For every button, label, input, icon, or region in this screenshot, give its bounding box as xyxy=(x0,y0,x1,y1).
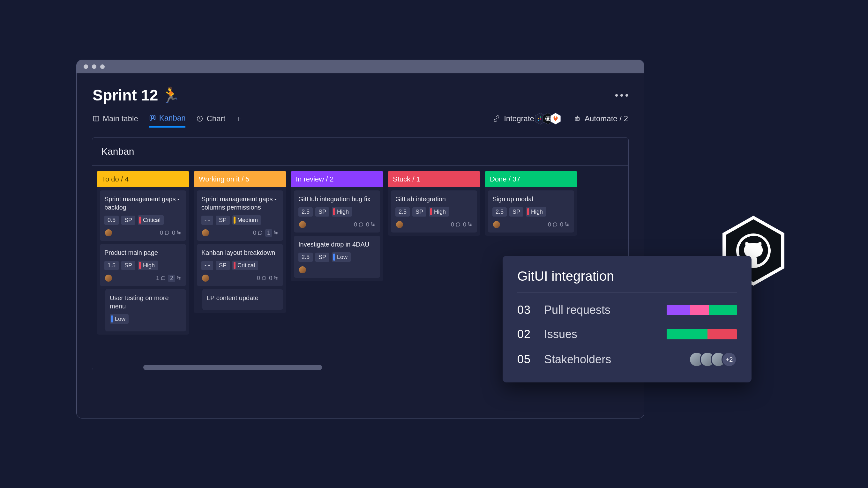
tab-chart[interactable]: Chart xyxy=(196,114,225,127)
tab-kanban[interactable]: Kanban xyxy=(149,113,186,128)
card-title: Sprint management gaps - columns permiss… xyxy=(202,195,279,212)
view-tabs: Main table Kanban Chart + xyxy=(93,113,241,128)
kanban-card[interactable]: Kanban layout breakdown - - SP Critical … xyxy=(197,244,283,286)
priority-badge: Low xyxy=(332,252,351,262)
comments-count[interactable]: 0 xyxy=(257,275,267,282)
svg-point-22 xyxy=(179,233,180,234)
comments-count[interactable]: 0 xyxy=(160,230,169,236)
column-header[interactable]: Stuck / 1 xyxy=(388,171,480,187)
assignee-avatar[interactable] xyxy=(104,274,113,282)
svg-point-36 xyxy=(470,224,471,225)
svg-point-32 xyxy=(274,276,275,277)
assignee-avatar[interactable] xyxy=(395,220,404,229)
integration-icons xyxy=(538,112,561,125)
subitems-icon xyxy=(274,275,279,281)
more-menu-button[interactable] xyxy=(615,94,628,97)
comment-icon xyxy=(455,222,461,227)
column-body: Sprint management gaps - columns permiss… xyxy=(194,187,286,313)
story-points: 2.5 xyxy=(492,207,507,217)
comments-count[interactable]: 0 xyxy=(548,221,558,228)
sp-label: SP xyxy=(315,253,329,262)
assignee-avatar[interactable] xyxy=(492,220,501,229)
svg-rect-12 xyxy=(538,120,539,121)
kanban-column: In review / 2GitHub integration bug fix … xyxy=(291,171,383,364)
kanban-card[interactable]: LP content update xyxy=(202,289,283,310)
horizontal-scrollbar[interactable] xyxy=(143,365,322,370)
kanban-column: To do / 4Sprint management gaps - backlo… xyxy=(97,171,189,364)
column-header[interactable]: To do / 4 xyxy=(97,171,189,187)
comment-icon xyxy=(359,222,364,227)
subitems-count[interactable]: 0 xyxy=(269,275,279,282)
subitems-count[interactable]: 0 xyxy=(172,230,182,236)
tab-main-table[interactable]: Main table xyxy=(93,114,138,127)
kanban-card[interactable]: Sign up modal 2.5 SP High 0 0 xyxy=(488,190,574,232)
integrate-button[interactable]: Integrate xyxy=(493,112,561,125)
kanban-column: Working on it / 5Sprint management gaps … xyxy=(194,171,286,364)
kanban-card[interactable]: GitHub integration bug fix 2.5 SP High 0… xyxy=(294,190,380,232)
comments-count[interactable]: 1 xyxy=(156,275,166,282)
sp-label: SP xyxy=(412,207,426,217)
integration-row[interactable]: 03 Pull requests xyxy=(517,303,737,317)
subitems-count[interactable]: 0 xyxy=(463,221,473,228)
window-min-dot[interactable] xyxy=(92,64,96,69)
svg-point-24 xyxy=(179,277,180,278)
assignee-avatar[interactable] xyxy=(299,266,307,274)
kanban-card[interactable]: Sprint management gaps - columns permiss… xyxy=(197,190,283,241)
comments-count[interactable]: 0 xyxy=(451,221,461,228)
svg-point-39 xyxy=(567,224,568,225)
svg-point-27 xyxy=(276,232,277,233)
svg-rect-11 xyxy=(540,118,541,120)
gitlab-hex-icon xyxy=(550,112,561,125)
svg-rect-4 xyxy=(150,116,151,121)
automate-button[interactable]: Automate / 2 xyxy=(574,114,628,123)
subitems-count[interactable]: 0 xyxy=(560,221,569,228)
comment-icon xyxy=(552,222,558,227)
story-points: 2.5 xyxy=(299,253,313,262)
priority-badge: Medium xyxy=(232,215,261,225)
comment-icon xyxy=(261,275,267,281)
column-header[interactable]: Done / 37 xyxy=(485,171,577,187)
integrate-label: Integrate xyxy=(504,114,534,123)
assignee-avatar[interactable] xyxy=(202,274,210,282)
card-title: Product main page xyxy=(104,249,182,257)
card-title: Sign up modal xyxy=(492,195,569,203)
integration-row[interactable]: 05 Stakeholders+2 xyxy=(517,352,737,367)
column-header[interactable]: In review / 2 xyxy=(291,171,383,187)
svg-point-40 xyxy=(567,225,568,226)
tabs-row: Main table Kanban Chart + Integrate xyxy=(76,107,644,129)
column-body: GitHub integration bug fix 2.5 SP High 0… xyxy=(291,187,383,281)
kanban-card[interactable]: Sprint management gaps - backlog 0.5 SP … xyxy=(100,190,186,241)
comment-icon xyxy=(160,275,166,281)
kanban-card[interactable]: Investigate drop in 4DAU 2.5 SP Low xyxy=(294,236,380,278)
add-view-button[interactable]: + xyxy=(236,114,241,128)
comment-icon xyxy=(164,230,169,235)
integration-panel: GitUI integration 03 Pull requests02 Iss… xyxy=(503,256,751,383)
more-stakeholders[interactable]: +2 xyxy=(721,352,737,367)
comments-count[interactable]: 0 xyxy=(354,221,364,228)
kanban-card[interactable]: UserTesting on more menuLow xyxy=(104,289,186,331)
assignee-avatar[interactable] xyxy=(202,229,210,237)
story-points: - - xyxy=(202,261,213,270)
column-header[interactable]: Working on it / 5 xyxy=(194,171,286,187)
board-title: Kanban xyxy=(92,138,628,166)
subitems-icon xyxy=(274,230,279,235)
svg-point-33 xyxy=(373,224,374,225)
integration-row[interactable]: 02 Issues xyxy=(517,328,737,341)
subitems-count[interactable]: 2 xyxy=(168,274,182,282)
comments-count[interactable]: 0 xyxy=(253,230,262,236)
window-close-dot[interactable] xyxy=(84,64,88,69)
priority-badge: High xyxy=(429,207,449,217)
window-max-dot[interactable] xyxy=(100,64,105,69)
svg-point-30 xyxy=(276,277,277,278)
row-label: Stakeholders xyxy=(544,353,689,366)
kanban-column: Stuck / 1GitLab integration 2.5 SP High … xyxy=(388,171,480,364)
kanban-card[interactable]: GitLab integration 2.5 SP High 0 0 xyxy=(391,190,477,232)
subitems-count[interactable]: 0 xyxy=(366,221,376,228)
kanban-card[interactable]: Product main page 1.5 SP High 1 2 xyxy=(100,244,186,286)
story-points: 2.5 xyxy=(395,207,410,217)
assignee-avatar[interactable] xyxy=(299,220,307,229)
tab-label: Chart xyxy=(207,114,225,123)
assignee-avatar[interactable] xyxy=(104,229,113,237)
subitems-count[interactable]: 1 xyxy=(265,229,279,237)
svg-point-28 xyxy=(276,233,277,234)
